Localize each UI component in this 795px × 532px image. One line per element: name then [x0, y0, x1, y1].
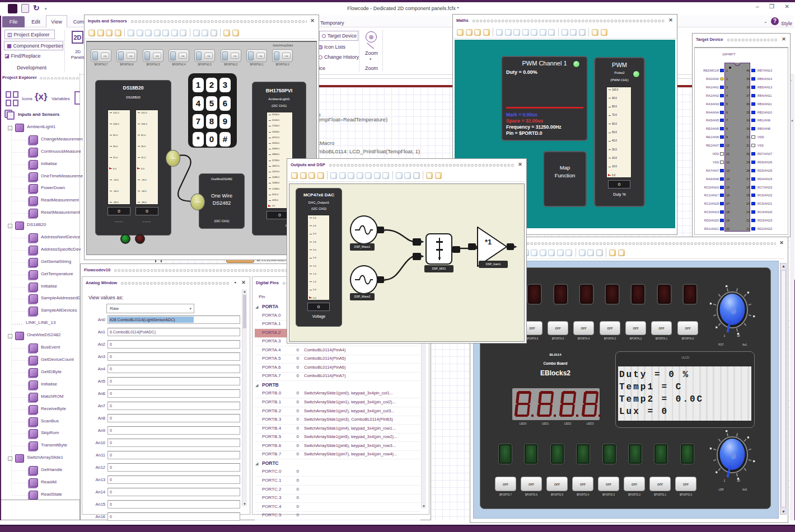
svg-text:*1: *1: [485, 238, 492, 246]
